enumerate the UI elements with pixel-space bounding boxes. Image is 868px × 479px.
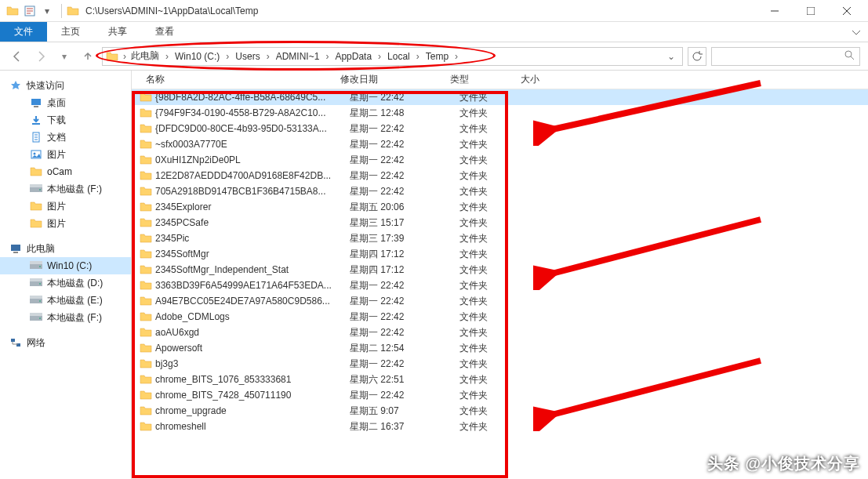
table-row[interactable]: 2345Pic星期三 17:39文件夹 — [132, 230, 868, 246]
breadcrumb-item[interactable]: Win10 (C:) — [172, 49, 223, 64]
maximize-button[interactable] — [793, 0, 829, 22]
sidebar-this-pc[interactable]: ⌵ 此电脑 — [0, 240, 131, 257]
chevron-down-icon[interactable]: ⌵ — [0, 245, 3, 253]
table-row[interactable]: 0XuHI1ZNp2iDe0PL星期一 22:42文件夹 — [132, 152, 868, 168]
svg-point-7 — [34, 153, 36, 155]
file-name: 2345Pic — [155, 233, 350, 244]
file-name: {DFDC9D00-80CE-4b93-95D0-53133A... — [155, 123, 350, 134]
table-row[interactable]: bj3g3星期一 22:42文件夹 — [132, 356, 868, 372]
tab-file[interactable]: 文件 — [0, 22, 47, 42]
breadcrumb-item[interactable]: Users — [232, 49, 263, 64]
chevron-right-icon[interactable]: › — [224, 51, 231, 62]
table-row[interactable]: {DFDC9D00-80CE-4b93-95D0-53133A...星期一 22… — [132, 121, 868, 136]
table-row[interactable]: Adobe_CDMLogs星期一 22:42文件夹 — [132, 309, 868, 325]
table-row[interactable]: aoAU6xgd星期一 22:42文件夹 — [132, 325, 868, 340]
folder-icon — [140, 357, 152, 370]
address-bar[interactable]: › 此电脑›Win10 (C:)›Users›ADMINI~1›AppData›… — [102, 47, 683, 66]
table-row[interactable]: {794F9F34-0190-4558-B729-A8A2C10...星期二 1… — [132, 105, 868, 121]
tab-home[interactable]: 主页 — [47, 22, 94, 42]
chevron-down-icon[interactable]: ⌵ — [0, 82, 3, 90]
sidebar-item[interactable]: 文档 — [0, 129, 131, 146]
sidebar-item[interactable]: 本地磁盘 (F:) — [0, 180, 131, 198]
file-type: 文件夹 — [459, 185, 530, 198]
back-button[interactable] — [8, 47, 27, 66]
table-row[interactable]: chrome_BITS_1076_853333681星期六 22:51文件夹 — [132, 372, 868, 387]
tab-view[interactable]: 查看 — [141, 22, 188, 42]
folder-icon — [30, 200, 42, 212]
file-name: 12E2D87AEDDD4700AD9168E8F42DB... — [155, 170, 350, 181]
table-row[interactable]: chromeshell星期二 16:37文件夹 — [132, 419, 868, 434]
chevron-right-icon[interactable]: › — [376, 51, 383, 62]
close-button[interactable] — [829, 0, 865, 22]
chevron-right-icon[interactable]: › — [0, 339, 3, 347]
chevron-down-icon[interactable]: ▾ — [41, 5, 53, 17]
sidebar-item[interactable]: 本地磁盘 (F:) — [0, 309, 131, 326]
file-date: 星期二 12:48 — [350, 107, 459, 120]
file-type: 文件夹 — [459, 216, 530, 230]
file-type: 文件夹 — [459, 232, 530, 245]
svg-rect-20 — [30, 296, 42, 299]
file-date: 星期三 15:17 — [350, 216, 459, 230]
file-type: 文件夹 — [459, 405, 530, 418]
quick-access-toolbar: ▾ — [3, 5, 56, 17]
minimize-button[interactable] — [757, 0, 793, 22]
sidebar-item[interactable]: 图片 — [0, 198, 131, 215]
chevron-right-icon[interactable]: › — [415, 51, 421, 62]
chevron-right-icon[interactable]: › — [265, 51, 271, 62]
svg-rect-12 — [13, 252, 18, 253]
recent-dropdown-icon[interactable]: ▾ — [55, 47, 74, 66]
file-name: 2345SoftMgr — [155, 249, 350, 259]
table-row[interactable]: 2345PCSafe星期三 15:17文件夹 — [132, 215, 868, 230]
sidebar-item[interactable]: 本地磁盘 (D:) — [0, 274, 131, 292]
table-row[interactable]: ~sfx0003A7770E星期一 22:42文件夹 — [132, 136, 868, 152]
expand-ribbon-icon[interactable] — [844, 22, 868, 42]
table-row[interactable]: Apowersoft星期二 12:54文件夹 — [132, 340, 868, 356]
table-row[interactable]: 2345Explorer星期五 20:06文件夹 — [132, 199, 868, 215]
breadcrumb-item[interactable]: 此电脑 — [128, 48, 162, 64]
search-input[interactable] — [711, 47, 860, 66]
file-date: 星期一 22:42 — [350, 138, 459, 151]
breadcrumb-item[interactable]: Local — [384, 49, 413, 64]
file-name: 0XuHI1ZNp2iDe0PL — [155, 154, 350, 165]
sidebar-item[interactable]: Win10 (C:) — [0, 257, 131, 274]
chevron-right-icon[interactable]: › — [453, 51, 459, 62]
tab-share[interactable]: 共享 — [94, 22, 141, 42]
col-type[interactable]: 类型 — [444, 73, 514, 86]
up-button[interactable] — [78, 47, 97, 66]
table-row[interactable]: 2345SoftMgr星期四 17:12文件夹 — [132, 246, 868, 262]
col-name[interactable]: 名称 — [140, 73, 334, 86]
table-row[interactable]: chrome_upgrade星期五 9:07文件夹 — [132, 403, 868, 419]
table-row[interactable]: 705A2918BD9147BCB1F36B4715BA8...星期一 22:4… — [132, 183, 868, 199]
file-type: 文件夹 — [459, 91, 530, 104]
chevron-right-icon[interactable]: › — [324, 51, 330, 62]
sidebar-item[interactable]: oCam — [0, 163, 131, 180]
sidebar-item-label: 本地磁盘 (D:) — [47, 277, 103, 290]
sidebar-item[interactable]: 图片 — [0, 215, 131, 232]
file-type: 文件夹 — [459, 107, 530, 120]
sidebar-item[interactable]: 下载 — [0, 111, 131, 129]
table-row[interactable]: A94E7BCC05E24DE7A97A580C9D586...星期一 22:4… — [132, 293, 868, 309]
col-size[interactable]: 大小 — [514, 73, 577, 86]
chevron-right-icon[interactable]: › — [122, 51, 128, 62]
table-row[interactable]: 3363BD39F6A54999AE171A64F53EDA...星期一 22:… — [132, 278, 868, 293]
refresh-button[interactable] — [688, 47, 706, 66]
breadcrumb-item[interactable]: ADMINI~1 — [273, 49, 323, 64]
address-dropdown-icon[interactable]: ⌄ — [663, 51, 679, 62]
properties-icon[interactable] — [24, 5, 36, 17]
sidebar-quick-access[interactable]: ⌵ 快速访问 — [0, 77, 131, 94]
breadcrumb-item[interactable]: AppData — [332, 49, 375, 64]
file-date: 星期一 22:42 — [350, 91, 459, 104]
breadcrumb-item[interactable]: Temp — [423, 49, 452, 64]
sidebar-network[interactable]: › 网络 — [0, 334, 131, 351]
col-date[interactable]: 修改日期 — [334, 73, 444, 86]
sidebar-item[interactable]: 本地磁盘 (E:) — [0, 292, 131, 309]
sidebar-item[interactable]: 图片 — [0, 146, 131, 163]
table-row[interactable]: {98DF8A2D-82AC-4ffe-B58A-68649C5...星期一 2… — [132, 89, 868, 105]
table-row[interactable]: chrome_BITS_7428_450711190星期一 22:42文件夹 — [132, 387, 868, 403]
table-row[interactable]: 2345SoftMgr_Independent_Stat星期四 17:12文件夹 — [132, 262, 868, 278]
sidebar-item[interactable]: 桌面 — [0, 94, 131, 111]
table-row[interactable]: 12E2D87AEDDD4700AD9168E8F42DB...星期一 22:4… — [132, 168, 868, 183]
forward-button[interactable] — [31, 47, 50, 66]
chevron-right-icon[interactable]: › — [164, 51, 170, 62]
file-type: 文件夹 — [459, 279, 530, 292]
